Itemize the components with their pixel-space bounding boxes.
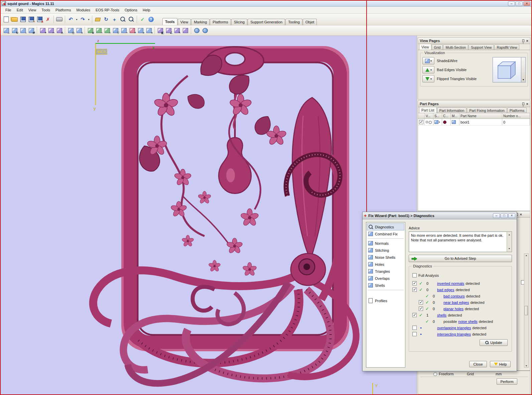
- 3d-viewport[interactable]: x y z WCS Y: [1, 36, 417, 394]
- save-all-button[interactable]: [35, 15, 44, 23]
- diagnostic-link[interactable]: intersecting triangles: [437, 332, 471, 336]
- scrollbar-thumb[interactable]: [525, 306, 528, 315]
- save-button[interactable]: [19, 15, 27, 23]
- menu-item[interactable]: Modules: [74, 7, 93, 13]
- merge-shells-button[interactable]: «: [145, 26, 153, 34]
- scroll-up-icon[interactable]: ▲: [508, 232, 511, 237]
- diagnostic-checkbox[interactable]: [419, 300, 423, 305]
- view-pages-tab[interactable]: Rapidfit View: [494, 44, 519, 50]
- rotate-part-button[interactable]: ↻: [10, 26, 19, 34]
- fix-wizard-button[interactable]: +: [128, 26, 136, 34]
- boolean-unite-button[interactable]: ∪: [86, 26, 95, 34]
- perform-button[interactable]: Perform: [497, 378, 517, 385]
- diagnostic-link[interactable]: shells: [437, 313, 446, 317]
- scroll-down-icon[interactable]: ▼: [525, 365, 528, 367]
- mirror-part-button[interactable]: ⇄: [27, 26, 35, 34]
- part-pages-tab[interactable]: Part Fixing Information: [467, 108, 507, 113]
- dialog-maximize-button[interactable]: □: [501, 213, 508, 218]
- part-list-row[interactable]: ▾ bool1 0: [418, 119, 530, 126]
- cut-part-button[interactable]: ✂: [47, 26, 55, 34]
- dialog-minimize-button[interactable]: –: [493, 213, 500, 218]
- menu-item[interactable]: Platforms: [53, 7, 74, 13]
- measure-button[interactable]: ∠: [164, 26, 173, 34]
- advice-scrollbar[interactable]: ▲ ▼: [507, 232, 512, 252]
- fix-wizard-nav-item[interactable]: Combined Fix: [367, 230, 404, 237]
- part-pages-tab[interactable]: Part List: [419, 107, 437, 113]
- go-to-advised-step-button[interactable]: Go to Advised Step: [409, 255, 512, 262]
- undo-history-dropdown[interactable]: ▾: [75, 15, 79, 23]
- part-pages-tab[interactable]: Part Information: [437, 108, 467, 113]
- column-header[interactable]: S...: [433, 113, 442, 119]
- ribbon-tab[interactable]: Support Generation: [248, 19, 285, 25]
- fix-wizard-nav-item[interactable]: Stitching: [367, 247, 404, 254]
- freeform-radio[interactable]: [433, 372, 437, 376]
- column-header[interactable]: [418, 113, 425, 119]
- redo-button[interactable]: ↷: [79, 15, 87, 23]
- rescale-part-button[interactable]: ↕: [19, 26, 27, 34]
- fix-wizard-nav-item[interactable]: Overlaps: [367, 275, 404, 282]
- perforate-part-button[interactable]: ≡: [75, 26, 83, 34]
- visualization-option-button[interactable]: ▾: [422, 66, 434, 73]
- vertical-scrollbar[interactable]: ▲ ▼: [524, 253, 529, 368]
- diagnostic-link[interactable]: inverted normals: [437, 281, 464, 285]
- panel-close-icon[interactable]: ×: [520, 213, 522, 216]
- window-minimize-button[interactable]: –: [508, 1, 515, 6]
- ribbon-tab[interactable]: Tools: [162, 18, 177, 25]
- redo-history-dropdown[interactable]: ▾: [87, 15, 91, 23]
- diagnostic-checkbox[interactable]: [412, 313, 417, 317]
- shading-icon[interactable]: [434, 120, 438, 124]
- menu-item[interactable]: View: [26, 7, 39, 13]
- annotation-button[interactable]: ✎: [173, 26, 181, 34]
- zoom-button[interactable]: [119, 15, 127, 23]
- fix-wizard-nav-item[interactable]: Diagnostics: [367, 223, 404, 230]
- diagnostic-checkbox[interactable]: [412, 332, 417, 336]
- scroll-up-icon[interactable]: ▲: [525, 254, 528, 256]
- part-visible-checkbox[interactable]: [419, 120, 423, 124]
- smoothing-button[interactable]: ~: [120, 26, 128, 34]
- ribbon-tab[interactable]: View: [178, 19, 191, 25]
- shells-to-parts-button[interactable]: »: [136, 26, 145, 34]
- open-file-button[interactable]: [10, 15, 19, 23]
- diagnostic-link[interactable]: near bad edges: [443, 301, 469, 305]
- duplicate-part-button[interactable]: +: [38, 26, 47, 34]
- column-header[interactable]: C...: [442, 113, 451, 119]
- view-pages-tab[interactable]: Grid: [432, 44, 443, 50]
- menu-item[interactable]: EOS RP-Tools: [93, 7, 122, 13]
- diagnostic-link[interactable]: bad edges: [437, 288, 454, 292]
- panel-close-icon[interactable]: ×: [526, 39, 528, 43]
- ribbon-tab[interactable]: Platforms: [210, 19, 231, 25]
- visualization-option-button[interactable]: ▾: [422, 75, 434, 82]
- label-part-button[interactable]: A: [55, 26, 63, 34]
- diagnostic-checkbox[interactable]: [412, 326, 417, 330]
- translate-part-button[interactable]: ↔: [2, 26, 10, 34]
- fix-wizard-nav-item[interactable]: Shells: [367, 282, 404, 289]
- remove-part-button[interactable]: ✗: [44, 15, 52, 23]
- boolean-intersect-button[interactable]: ∩: [103, 26, 111, 34]
- zoom-window-button[interactable]: [127, 15, 135, 23]
- diagnostic-link[interactable]: noise shells: [458, 320, 477, 324]
- column-header[interactable]: M...: [451, 113, 459, 119]
- toolbar-help-button[interactable]: [147, 15, 155, 23]
- menu-item[interactable]: Tools: [39, 7, 53, 13]
- ribbon-tab[interactable]: Tooling: [285, 19, 302, 25]
- column-header[interactable]: V...: [425, 113, 433, 119]
- shade-mode-dropdown[interactable]: ▾: [521, 57, 526, 82]
- view-glasses-icon[interactable]: [426, 121, 428, 123]
- dialog-titlebar[interactable]: + Fix Wizard (Part: bool1) > Diagnostics…: [363, 212, 517, 219]
- menu-item[interactable]: Edit: [14, 7, 26, 13]
- view-pages-tab[interactable]: View: [419, 44, 431, 50]
- window-close-button[interactable]: ×: [523, 1, 530, 6]
- menu-item[interactable]: Help: [140, 7, 153, 13]
- ribbon-tab[interactable]: Objet: [303, 19, 317, 25]
- column-header[interactable]: Number o...: [502, 113, 530, 119]
- full-analysis-checkbox[interactable]: [412, 273, 417, 277]
- panel-close-icon[interactable]: ×: [526, 102, 528, 106]
- tag-label-button[interactable]: [94, 15, 102, 23]
- pan-view-button[interactable]: +: [110, 15, 119, 23]
- update-button[interactable]: Update: [480, 339, 508, 346]
- diagnostic-link[interactable]: overlapping triangles: [437, 326, 471, 330]
- pin-icon[interactable]: [522, 39, 524, 42]
- window-titlebar[interactable]: squid gourd - Magics 11.11 – □ ×: [1, 1, 531, 7]
- undo-button[interactable]: ↶: [66, 15, 75, 23]
- menu-item[interactable]: File: [3, 7, 14, 13]
